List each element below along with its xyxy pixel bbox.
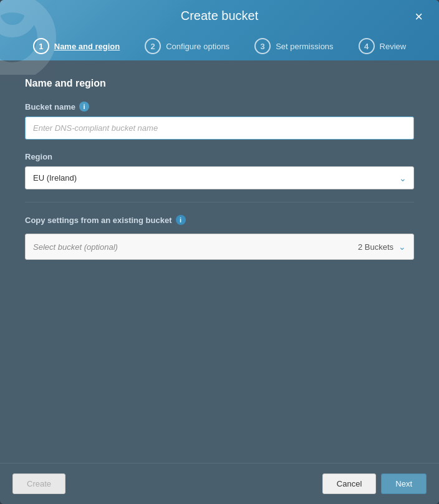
step-4[interactable]: 4 Review bbox=[346, 32, 419, 60]
step-2[interactable]: 2 Configure options bbox=[132, 32, 242, 60]
bucket-name-label: Bucket name i bbox=[25, 102, 414, 112]
modal-header: Create bucket × 1 Name and region 2 Conf… bbox=[0, 0, 439, 60]
close-button[interactable]: × bbox=[411, 9, 427, 25]
region-select[interactable]: EU (Ireland) US East (N. Virginia) US We… bbox=[25, 166, 414, 189]
step-4-label: Review bbox=[380, 42, 407, 51]
step-1-label: Name and region bbox=[54, 42, 120, 51]
bucket-name-info-icon[interactable]: i bbox=[79, 102, 89, 112]
region-label: Region bbox=[25, 152, 414, 161]
step-3-label: Set permissions bbox=[276, 42, 333, 51]
step-3-number: 3 bbox=[254, 38, 271, 54]
copy-settings-label: Copy settings from an existing bucket i bbox=[25, 215, 414, 225]
create-bucket-modal: Create bucket × 1 Name and region 2 Conf… bbox=[0, 0, 439, 504]
bucket-name-field-group: Bucket name i bbox=[25, 102, 414, 140]
copy-bucket-select-wrapper: Select bucket (optional) 2 Buckets ⌄ bbox=[25, 234, 414, 260]
step-1-number: 1 bbox=[33, 38, 49, 54]
next-button[interactable]: Next bbox=[381, 473, 427, 494]
copy-bucket-placeholder: Select bucket (optional) bbox=[33, 242, 118, 252]
modal-body: Name and region Bucket name i Region EU … bbox=[0, 60, 439, 463]
steps-row: 1 Name and region 2 Configure options 3 … bbox=[12, 32, 427, 60]
region-field-group: Region EU (Ireland) US East (N. Virginia… bbox=[25, 152, 414, 189]
copy-bucket-count: 2 Buckets ⌄ bbox=[358, 242, 406, 252]
copy-bucket-chevron-icon: ⌄ bbox=[398, 242, 406, 252]
create-button[interactable]: Create bbox=[12, 473, 65, 494]
copy-settings-info-icon[interactable]: i bbox=[176, 215, 186, 225]
cancel-button[interactable]: Cancel bbox=[322, 473, 376, 494]
section-title: Name and region bbox=[25, 78, 414, 89]
step-2-number: 2 bbox=[145, 38, 161, 54]
step-1[interactable]: 1 Name and region bbox=[21, 32, 132, 60]
title-row: Create bucket × bbox=[12, 9, 427, 32]
step-2-label: Configure options bbox=[166, 42, 229, 51]
region-select-wrapper: EU (Ireland) US East (N. Virginia) US We… bbox=[25, 166, 414, 189]
bucket-name-input[interactable] bbox=[25, 116, 414, 140]
divider bbox=[25, 202, 414, 202]
step-4-number: 4 bbox=[359, 38, 375, 54]
step-3[interactable]: 3 Set permissions bbox=[242, 32, 345, 60]
footer-right: Cancel Next bbox=[322, 473, 427, 494]
modal-title: Create bucket bbox=[181, 9, 259, 23]
modal-footer: Create Cancel Next bbox=[0, 463, 439, 504]
copy-bucket-select[interactable]: Select bucket (optional) 2 Buckets ⌄ bbox=[25, 234, 414, 260]
